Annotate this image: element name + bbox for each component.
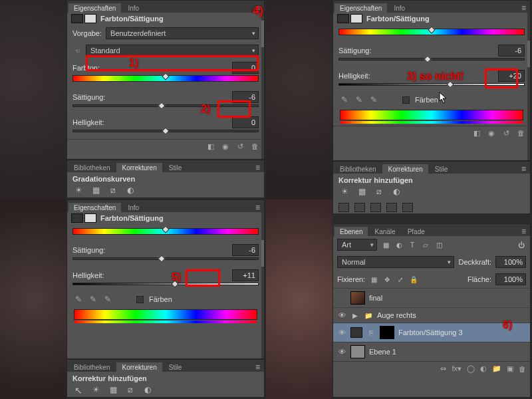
eyedropper-minus-icon[interactable]: ✎ — [103, 295, 112, 304]
new-adjustment-icon[interactable]: ◐ — [480, 364, 487, 373]
clip-icon[interactable]: ◧ — [471, 129, 482, 138]
filter-shape-icon[interactable]: ▱ — [421, 240, 430, 249]
filter-type-icon[interactable]: T — [408, 240, 417, 249]
layer-row[interactable]: 👁 ▶ 📁 Auge rechts — [333, 307, 530, 323]
exposure-icon[interactable]: ◐ — [124, 186, 136, 196]
saturation-value[interactable]: -6 — [498, 45, 525, 57]
finger-scrub-icon[interactable]: ☜ — [72, 46, 82, 55]
trash-icon[interactable]: 🗑 — [249, 142, 260, 152]
filter-type-dropdown[interactable]: Art — [337, 239, 377, 251]
lock-pixels-icon[interactable]: ▦ — [369, 275, 378, 284]
lock-nested-icon[interactable]: ⤢ — [396, 275, 405, 284]
lightness-slider[interactable] — [72, 130, 259, 132]
tab-korrekturen[interactable]: Korrekturen — [382, 164, 428, 174]
tab-stile[interactable]: Stile — [164, 362, 187, 372]
layer-name[interactable]: Auge rechts — [377, 311, 416, 319]
new-group-icon[interactable]: 📁 — [492, 364, 501, 373]
saturation-value[interactable]: -6 — [232, 244, 259, 256]
eyedropper-plus-icon[interactable]: ✎ — [88, 295, 98, 304]
spectrum-bar[interactable] — [74, 309, 257, 320]
adj-preset-3[interactable] — [370, 203, 381, 212]
lightness-value[interactable]: +20 — [498, 70, 525, 82]
tab-info[interactable]: Info — [122, 3, 144, 13]
mask-thumb[interactable] — [380, 326, 394, 339]
tab-pfade[interactable]: Pfade — [402, 227, 430, 236]
move-tool-icon[interactable]: ↖ — [72, 385, 84, 396]
panel-menu-icon[interactable]: ≡ — [251, 203, 264, 212]
tab-bibliotheken[interactable]: Bibliotheken — [68, 362, 115, 372]
layer-row[interactable]: 👁 Ebene 1 — [333, 342, 530, 361]
tab-eigenschaften[interactable]: Eigenschaften — [334, 3, 387, 13]
range-dropdown[interactable]: Standard — [86, 45, 259, 57]
layer-name[interactable]: Farbton/Sättigung 3 — [398, 329, 463, 336]
visibility-icon[interactable]: 👁 — [337, 348, 346, 356]
adj-preset-2[interactable] — [354, 203, 365, 212]
tab-eigenschaften[interactable]: Eigenschaften — [68, 3, 121, 13]
saturation-value[interactable]: -6 — [232, 91, 259, 103]
tab-korrekturen[interactable]: Korrekturen — [116, 362, 162, 372]
panel-menu-icon[interactable]: ≡ — [251, 362, 264, 372]
tab-kanaele[interactable]: Kanäle — [369, 227, 400, 236]
layer-row[interactable]: final — [333, 288, 530, 307]
tab-bibliotheken[interactable]: Bibliotheken — [334, 164, 381, 174]
tab-korrekturen[interactable]: Korrekturen — [116, 163, 162, 172]
filter-toggle-icon[interactable]: ⏻ — [517, 240, 526, 249]
visibility-icon[interactable]: 👁 — [337, 329, 346, 336]
trash-icon[interactable]: 🗑 — [515, 129, 526, 138]
levels-icon[interactable]: ▦ — [90, 186, 102, 196]
blend-mode-dropdown[interactable]: Normal — [337, 256, 454, 268]
lightness-value[interactable]: +11 — [232, 269, 259, 281]
saturation-slider[interactable] — [72, 104, 259, 107]
hue-slider[interactable] — [72, 228, 259, 235]
curves-icon[interactable]: ⧄ — [107, 186, 119, 196]
fill-value[interactable]: 100% — [495, 273, 526, 285]
mask-icon[interactable] — [350, 14, 362, 23]
brightness-icon[interactable]: ☀ — [90, 385, 102, 396]
layer-name[interactable]: Ebene 1 — [369, 348, 396, 356]
link-layers-icon[interactable]: ⇔ — [440, 364, 446, 373]
filter-adjust-icon[interactable]: ◐ — [394, 240, 404, 249]
levels-icon[interactable]: ▦ — [356, 187, 368, 198]
lightness-slider[interactable] — [338, 83, 525, 86]
mask-icon[interactable] — [84, 213, 96, 223]
tab-bibliotheken[interactable]: Bibliotheken — [68, 163, 115, 172]
colorize-checkbox[interactable] — [402, 96, 410, 104]
adj-preset-4[interactable] — [386, 203, 397, 212]
panel-menu-icon[interactable]: ≡ — [517, 3, 530, 13]
tab-info[interactable]: Info — [122, 203, 144, 212]
panel-menu-icon[interactable]: ≡ — [517, 164, 530, 174]
view-prev-icon[interactable]: ◉ — [220, 142, 231, 152]
curves-icon[interactable]: ⧄ — [124, 385, 136, 396]
opacity-value[interactable]: 100% — [495, 256, 526, 268]
view-prev-icon[interactable]: ◉ — [486, 129, 497, 138]
lightness-value[interactable]: 0 — [232, 116, 259, 128]
brightness-icon[interactable]: ☀ — [338, 187, 350, 198]
spectrum-bar[interactable] — [340, 110, 523, 120]
filter-smart-icon[interactable]: ◫ — [434, 240, 444, 249]
tab-info[interactable]: Info — [388, 3, 410, 13]
eyedropper-icon[interactable]: ✎ — [340, 95, 349, 104]
lock-all-icon[interactable]: 🔒 — [409, 275, 418, 284]
mask-icon[interactable] — [84, 14, 96, 23]
tab-stile[interactable]: Stile — [430, 164, 453, 174]
layer-row[interactable]: 👁 ⎘ Farbton/Sättigung 3 — [333, 323, 530, 342]
hue-slider[interactable] — [338, 29, 525, 35]
layer-thumb[interactable] — [350, 291, 365, 305]
panel-menu-icon[interactable]: ≡ — [251, 163, 264, 172]
curves-icon[interactable]: ⧄ — [373, 187, 385, 198]
fx-icon[interactable]: fx▾ — [452, 364, 462, 373]
exposure-icon[interactable]: ◐ — [142, 385, 154, 396]
new-layer-icon[interactable]: ▣ — [507, 364, 513, 373]
tab-stile[interactable]: Stile — [164, 163, 187, 172]
hue-value[interactable]: 0 — [232, 62, 259, 74]
hue-slider[interactable] — [72, 75, 259, 82]
layer-name[interactable]: final — [369, 294, 382, 302]
eyedropper-plus-icon[interactable]: ✎ — [354, 95, 364, 104]
colorize-checkbox[interactable] — [136, 296, 144, 303]
clip-icon[interactable]: ◧ — [205, 142, 216, 152]
reset-icon[interactable]: ↺ — [235, 142, 245, 152]
tab-eigenschaften[interactable]: Eigenschaften — [68, 203, 121, 212]
panel-menu-icon[interactable]: ≡ — [517, 227, 530, 236]
adj-preset-1[interactable] — [338, 203, 349, 212]
delete-layer-icon[interactable]: 🗑 — [519, 365, 526, 373]
